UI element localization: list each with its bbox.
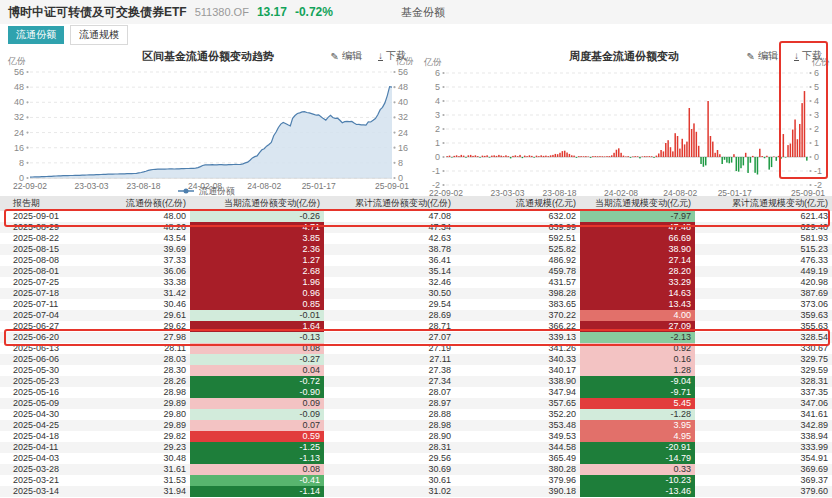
table-cell: 27.34 — [324, 376, 455, 387]
table-cell: 33.38 — [110, 277, 190, 288]
tab-bar: 流通份额 流通规模 — [0, 24, 832, 46]
table-cell: 339.13 — [455, 332, 580, 343]
table-cell: 379.60 — [695, 486, 832, 497]
table-cell: 341.26 — [455, 343, 580, 354]
table-cell: -13.46 — [580, 486, 695, 497]
table-cell: 28.98 — [110, 387, 190, 398]
table-cell: 632.02 — [455, 211, 580, 222]
table-cell: 366.22 — [455, 321, 580, 332]
table-row[interactable]: 2025-05-1628.98-0.9028.07347.94-9.71337.… — [0, 387, 832, 398]
table-cell: 1.27 — [190, 255, 324, 266]
table-cell: 28.71 — [324, 321, 455, 332]
table-cell: 2025-04-30 — [0, 409, 110, 420]
table-cell: 347.06 — [695, 398, 832, 409]
table-row[interactable]: 2025-09-0148.00-0.2647.08632.02-7.97621.… — [0, 211, 832, 222]
svg-text:56: 56 — [14, 67, 24, 77]
fund-price: 13.17 — [257, 5, 287, 19]
svg-text:4: 4 — [435, 96, 440, 106]
table-row[interactable]: 2025-03-1431.94-1.1431.02390.18-13.46379… — [0, 486, 832, 497]
table-row[interactable]: 2025-08-2243.543.8542.63592.5166.69581.9… — [0, 233, 832, 244]
edit-button-right[interactable]: ✎编辑 — [747, 49, 778, 63]
table-cell: 373.06 — [695, 299, 832, 310]
table-cell: 338.94 — [695, 431, 832, 442]
table-cell: 329.59 — [695, 365, 832, 376]
table-row[interactable]: 2025-03-2131.53-0.4130.61379.96-10.23369… — [0, 475, 832, 486]
svg-text:24-02-08: 24-02-08 — [604, 188, 638, 196]
table-row[interactable]: 2025-08-0837.331.2736.41486.9227.14476.3… — [0, 255, 832, 266]
table-cell: 329.75 — [695, 354, 832, 365]
table-row[interactable]: 2025-05-2328.26-0.7227.34338.90-9.04328.… — [0, 376, 832, 387]
table-cell: 2025-03-21 — [0, 475, 110, 486]
table-cell: 27.38 — [324, 365, 455, 376]
table-cell: 27.98 — [110, 332, 190, 343]
table-row[interactable]: 2025-08-1539.692.3638.78525.8238.90515.2… — [0, 244, 832, 255]
table-row[interactable]: 2025-08-0136.062.6835.14459.7828.20449.1… — [0, 266, 832, 277]
table-cell: 2025-06-13 — [0, 343, 110, 354]
col-shares: 流通份额(亿份) — [110, 196, 190, 211]
table-row[interactable]: 2025-04-2529.890.0728.98353.483.95342.89 — [0, 420, 832, 431]
table-row[interactable]: 2025-06-0628.03-0.2727.11340.330.16329.7… — [0, 354, 832, 365]
table-cell: 342.89 — [695, 420, 832, 431]
table-cell: 29.89 — [110, 398, 190, 409]
tab-circulating-scale[interactable]: 流通规模 — [70, 25, 128, 45]
table-row[interactable]: 2025-07-1831.420.9630.50398.2814.63387.6… — [0, 288, 832, 299]
table-row[interactable]: 2025-04-1829.820.5928.90349.534.95338.94 — [0, 431, 832, 442]
table-row[interactable]: 2025-06-1328.110.0827.19341.260.92330.67 — [0, 343, 832, 354]
table-cell: 29.82 — [110, 431, 190, 442]
table-row[interactable]: 2025-07-2533.381.9632.46431.5733.29420.9… — [0, 277, 832, 288]
table-cell: 515.23 — [695, 244, 832, 255]
table-row[interactable]: 2025-06-2027.98-0.1327.07339.13-2.13328.… — [0, 332, 832, 343]
table-cell: 29.89 — [110, 420, 190, 431]
table-cell: 32.46 — [324, 277, 455, 288]
col-scale-change: 当期流通规模变动(亿元) — [580, 196, 695, 211]
svg-text:25-09-01: 25-09-01 — [375, 181, 409, 191]
table-cell: -0.13 — [190, 332, 324, 343]
svg-text:亿份: 亿份 — [423, 57, 442, 67]
tab-circulating-shares[interactable]: 流通份额 — [8, 26, 64, 44]
charts-section: 区间基金流通份额变动趋势 ✎编辑 ↓下载 0088161624243232404… — [0, 46, 832, 196]
table-row[interactable]: 2025-05-0929.890.0928.97357.655.45347.06 — [0, 398, 832, 409]
table-cell: 449.19 — [695, 266, 832, 277]
table-cell: 459.78 — [455, 266, 580, 277]
table-row[interactable]: 2025-07-0429.61-0.0128.69370.224.00359.6… — [0, 310, 832, 321]
table-row[interactable]: 2025-04-0330.48-1.1329.56365.49-14.79354… — [0, 453, 832, 464]
edit-button-left[interactable]: ✎编辑 — [331, 49, 362, 63]
table-cell: 13.43 — [580, 299, 695, 310]
table-cell: 1.64 — [190, 321, 324, 332]
table-cell: 0.85 — [190, 299, 324, 310]
table-row[interactable]: 2025-05-3028.300.0427.38340.171.28329.59 — [0, 365, 832, 376]
table-row[interactable]: 2025-04-3029.80-0.0928.88352.20-1.28341.… — [0, 409, 832, 420]
table-cell: 28.20 — [580, 266, 695, 277]
table-cell: 28.97 — [324, 398, 455, 409]
table-cell: 47.08 — [324, 211, 455, 222]
table-cell: 328.54 — [695, 332, 832, 343]
table-cell: 48.00 — [110, 211, 190, 222]
legend-circulating-shares[interactable]: 流通份额 — [178, 186, 235, 196]
table-cell: 4.71 — [190, 222, 324, 233]
table-row[interactable]: 2025-07-1130.460.8529.54383.6513.43373.0… — [0, 299, 832, 310]
table-cell: 27.11 — [324, 354, 455, 365]
table-cell: 353.48 — [455, 420, 580, 431]
table-cell: 29.23 — [110, 442, 190, 453]
table-cell: 341.61 — [695, 409, 832, 420]
download-button-left[interactable]: ↓下载 — [378, 49, 406, 63]
table-cell: 2025-09-01 — [0, 211, 110, 222]
table-cell: 30.48 — [110, 453, 190, 464]
svg-text:24: 24 — [14, 128, 24, 138]
pencil-icon: ✎ — [747, 51, 755, 62]
table-cell: 14.63 — [580, 288, 695, 299]
table-row[interactable]: 2025-08-2948.264.7147.34639.9947.48629.4… — [0, 222, 832, 233]
fund-header: 博时中证可转债及可交换债券ETF 511380.OF 13.17 -0.72% … — [0, 0, 832, 24]
table-row[interactable]: 2025-06-2729.621.6428.71366.2227.09355.6… — [0, 321, 832, 332]
table-cell: 30.61 — [324, 475, 455, 486]
col-share-change: 当期流通份额变动(亿份) — [190, 196, 324, 211]
table-cell: 2025-07-04 — [0, 310, 110, 321]
table-row[interactable]: 2025-04-1129.23-1.2528.31344.58-20.91333… — [0, 442, 832, 453]
table-row[interactable]: 2025-03-2831.610.0830.69380.280.33369.69 — [0, 464, 832, 475]
svg-text:流通份额: 流通份额 — [198, 186, 235, 196]
table-cell: 2025-06-27 — [0, 321, 110, 332]
table-cell: 31.42 — [110, 288, 190, 299]
download-button-right[interactable]: ↓下载 — [794, 49, 822, 63]
table-cell: 30.50 — [324, 288, 455, 299]
svg-text:25-01-17: 25-01-17 — [718, 188, 752, 196]
